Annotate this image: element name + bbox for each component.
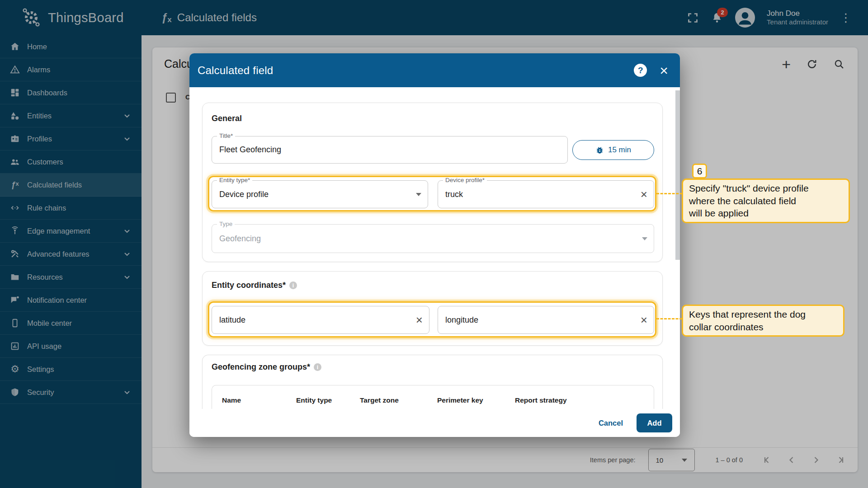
modal-scrollbar[interactable] — [675, 87, 680, 409]
dialog-title: Calculated field — [198, 64, 273, 77]
dialog-footer: Cancel Add — [189, 409, 680, 437]
chevron-down-icon — [642, 237, 647, 240]
chevron-down-icon — [416, 193, 421, 196]
title-field[interactable]: Title* Fleet Geofencing — [212, 136, 568, 164]
entity-type-value: Device profile — [219, 190, 269, 199]
entity-coordinates-heading: Entity coordinates* — [212, 281, 286, 290]
callout-device-profile: Specify "truck" device profile where the… — [682, 178, 850, 223]
longitude-key-value: longitude — [445, 315, 478, 325]
bug-icon — [595, 146, 604, 155]
type-select[interactable]: Type Geofencing — [212, 224, 654, 253]
dialog-header: Calculated field ? × — [189, 53, 680, 87]
entity-type-select[interactable]: Entity type* Device profile — [212, 180, 428, 208]
entity-coordinates-card: Entity coordinates* i latitude × longitu… — [202, 271, 663, 346]
device-profile-field[interactable]: Device profile* truck × — [438, 180, 654, 208]
info-icon[interactable]: i — [314, 363, 321, 371]
type-value: Geofencing — [219, 234, 261, 244]
latitude-key-field[interactable]: latitude × — [212, 306, 429, 334]
clear-icon[interactable]: × — [641, 190, 647, 199]
entity-type-label: Entity type* — [217, 177, 252, 183]
debug-mode-chip[interactable]: 15 min — [572, 140, 654, 160]
debug-chip-label: 15 min — [608, 145, 631, 155]
zone-groups-heading: Geofencing zone groups* — [212, 362, 310, 372]
title-field-value: Fleet Geofencing — [219, 145, 281, 155]
longitude-key-field[interactable]: longitude × — [438, 306, 654, 334]
cancel-button[interactable]: Cancel — [599, 419, 623, 427]
col-report-strategy: Report strategy — [515, 396, 567, 404]
device-profile-label: Device profile* — [443, 177, 487, 183]
help-icon[interactable]: ? — [634, 64, 647, 77]
type-label: Type — [217, 221, 235, 227]
add-button[interactable]: Add — [637, 413, 672, 432]
calculated-field-dialog: Calculated field ? × General Title* Flee… — [189, 53, 680, 437]
dialog-body: General Title* Fleet Geofencing 15 min E… — [189, 87, 680, 409]
step-number-badge: 6 — [692, 164, 707, 178]
clear-icon[interactable]: × — [416, 315, 423, 324]
callout-coordinates: Keys that represent the dog collar coord… — [682, 305, 844, 337]
screen: ThingsBoard ƒx Calculated fields 2 — [0, 0, 868, 488]
col-entity-type: Entity type — [296, 396, 360, 404]
scrollbar-thumb[interactable] — [675, 90, 680, 260]
col-name: Name — [212, 396, 296, 404]
general-section-card: General Title* Fleet Geofencing 15 min E… — [202, 103, 663, 262]
info-icon[interactable]: i — [289, 282, 297, 289]
device-profile-value: truck — [445, 190, 463, 199]
latitude-key-value: latitude — [219, 315, 245, 325]
col-target-zone: Target zone — [360, 396, 437, 404]
col-perimeter-key: Perimeter key — [437, 396, 515, 404]
close-icon[interactable]: × — [660, 64, 668, 77]
zone-groups-table-header: Name Entity type Target zone Perimeter k… — [212, 396, 654, 404]
title-field-label: Title* — [217, 132, 235, 139]
zone-groups-table: Name Entity type Target zone Perimeter k… — [212, 385, 654, 412]
general-heading: General — [212, 114, 242, 123]
zone-groups-card: Geofencing zone groups* i Name Entity ty… — [202, 355, 663, 409]
clear-icon[interactable]: × — [641, 315, 647, 324]
